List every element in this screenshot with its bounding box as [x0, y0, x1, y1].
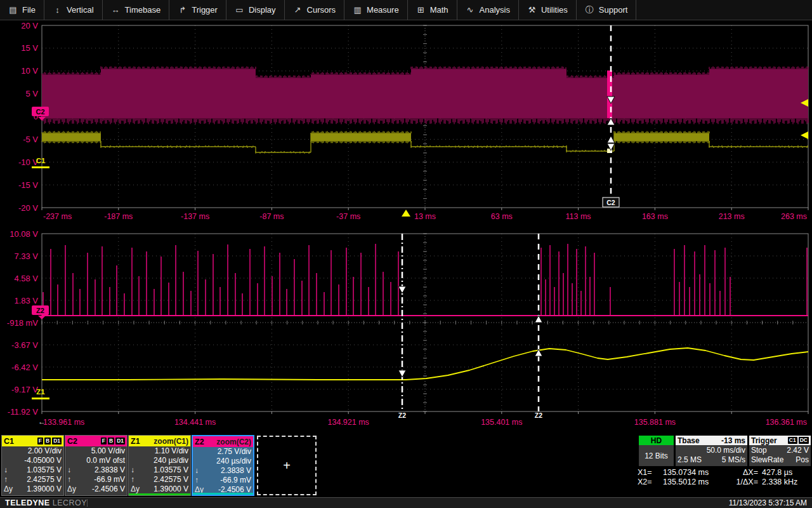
trigger-mode: Stop	[751, 446, 767, 455]
datetime-label: 11/13/2023 5:37:15 AM	[729, 498, 807, 507]
zoom-grid	[42, 234, 808, 414]
descriptor-line: -4.05000 V	[4, 456, 62, 465]
stat-value: 2.75 V/div	[218, 447, 251, 457]
descriptor-line: 2.00 V/div	[4, 446, 62, 456]
dx-label: ΔX=	[726, 468, 762, 478]
trace-id-label: Z1	[131, 437, 140, 446]
statusbar-divider	[87, 499, 88, 507]
trigger-type: SlewRate	[751, 455, 783, 465]
menu-item-label: Timebase	[125, 5, 161, 15]
zoom-grid-y-label: -9.17 V	[11, 385, 38, 394]
support-icon: ⓘ	[585, 4, 594, 16]
menu-bar: ▤File↕Vertical↔Timebase↱Trigger▭Display↗…	[0, 0, 812, 20]
menu-item-trigger[interactable]: ↱Trigger	[169, 0, 226, 20]
zoom-source-label: zoom(C2)	[216, 438, 251, 446]
zoom-grid-time-label: 134.441 ms	[174, 418, 216, 427]
cursor-label: Z2	[398, 411, 406, 419]
utilities-icon: ⚒	[527, 5, 537, 15]
stat-value: 240 µs/div	[216, 457, 251, 466]
descriptor-line: Δy-2.4506 V	[67, 485, 125, 494]
menu-item-analysis[interactable]: ∿Analysis	[457, 0, 519, 20]
trace-id-label: C1	[4, 437, 14, 446]
menu-item-support[interactable]: ⓘSupport	[577, 0, 637, 20]
menu-item-cursors[interactable]: ↗Cursors	[285, 0, 345, 20]
cursor-arrow-marker	[398, 286, 406, 293]
stat-value: 0.0 mV ofst	[86, 456, 125, 465]
menu-item-utilities[interactable]: ⚒Utilities	[519, 0, 577, 20]
stat-glyph: Δy	[4, 485, 13, 494]
descriptor-box-z1[interactable]: Z1zoom(C1)1.10 V/div240 µs/div↓1.03575 V…	[128, 435, 191, 496]
stat-glyph: ↓	[131, 465, 134, 475]
hd-bits-label: 12 Bits	[639, 445, 674, 466]
zoom-grid-y-label: -6.42 V	[11, 363, 38, 372]
invdx-label: 1/ΔX=	[726, 478, 762, 487]
cursors-icon: ↗	[293, 5, 303, 15]
x2-value: 135.5012 ms	[663, 478, 726, 487]
offscreen-left-arrow: ←	[38, 417, 46, 426]
stat-glyph: ↑	[67, 475, 71, 485]
timebase-icon: ↔	[111, 5, 121, 15]
main-grid-y-label: -15 V	[18, 180, 38, 190]
trace-marker-label: C1	[36, 157, 46, 164]
acquisition-hd-box[interactable]: HD 12 Bits	[639, 436, 674, 466]
menu-item-timebase[interactable]: ↔Timebase	[103, 0, 170, 20]
hd-title: HD	[639, 436, 674, 445]
tbase-title: Tbase	[678, 436, 700, 445]
zoom-grid-y-label: 1.83 V	[14, 296, 38, 305]
dx-value: 427.8 µs	[762, 468, 812, 478]
stat-value: 1.10 V/div	[155, 446, 188, 456]
main-grid-time-label: 13 ms	[414, 212, 436, 221]
menu-item-file[interactable]: ▤File	[0, 0, 44, 20]
descriptor-line: 240 µs/div	[131, 456, 188, 465]
trigger-level: 2.42 V	[787, 446, 809, 455]
main-grid-time-label: 163 ms	[642, 212, 668, 221]
trigger-level-marker[interactable]	[801, 131, 808, 139]
trigger-box[interactable]: Trigger C1 DC Stop 2.42 V SlewRate Pos	[749, 436, 811, 466]
trigger-source-badge: C1	[788, 437, 797, 444]
main-grid-y-label: -20 V	[18, 203, 38, 213]
stat-value: 2.00 V/div	[28, 446, 62, 456]
cursor-arrow-marker	[607, 118, 615, 125]
menu-item-vertical[interactable]: ↕Vertical	[44, 0, 103, 20]
main-grid-y-label: -10 V	[18, 157, 38, 167]
descriptor-box-c2[interactable]: C2FBD15.00 V/div0.0 mV ofst↓2.3838 V↑-66…	[65, 435, 128, 496]
trace-marker-label: Z1	[36, 388, 45, 396]
timebase-box[interactable]: Tbase -13 ms 50.0 ms/div 2.5 MS 5 MS/s	[676, 436, 747, 466]
zoom-grid-y-label: -3.67 V	[11, 340, 38, 350]
invdx-value: 2.338 kHz	[762, 478, 812, 487]
channel-badge-d1: D1	[52, 438, 62, 444]
descriptor-line: 5.00 V/div	[67, 446, 125, 456]
main-grid-time-label: 263 ms	[781, 212, 807, 221]
trace-id-label: C2	[67, 437, 77, 446]
stat-glyph: Δy	[67, 485, 76, 494]
descriptor-box-z2[interactable]: Z2zoom(C2)2.75 V/div240 µs/div↓2.3838 V↑…	[192, 435, 254, 496]
plus-icon: +	[283, 458, 291, 473]
cursor-readout: X1= 135.0734 ms ΔX= 427.8 µs X2= 135.501…	[638, 468, 812, 487]
descriptor-box-c1[interactable]: C1FBD12.00 V/div-4.05000 V↓1.03575 V↑2.4…	[1, 435, 64, 496]
math-icon: ⊞	[416, 5, 426, 15]
main-grid-y-label: 5 V	[25, 89, 38, 98]
measure-icon: ▥	[353, 5, 362, 15]
stat-value: 2.42575 V	[154, 475, 188, 485]
stat-value: 2.3838 V	[221, 466, 251, 476]
tbase-samplerate: 5 MS/s	[722, 455, 745, 465]
main-grid-time-label: -137 ms	[181, 212, 209, 221]
trigger-position-marker[interactable]	[402, 210, 410, 217]
menu-item-display[interactable]: ▭Display	[226, 0, 285, 20]
waveform-display-area: 20 V15 V10 V5 V0-5 V-10 V-15 V-20 V10.08…	[0, 0, 812, 508]
menu-item-measure[interactable]: ▥Measure	[344, 0, 408, 20]
descriptor-line: 2.75 V/div	[195, 447, 251, 457]
menu-item-math[interactable]: ⊞Math	[408, 0, 457, 20]
descriptor-line: 240 µs/div	[195, 457, 251, 466]
tbase-scale: 50.0 ms/div	[707, 446, 745, 455]
add-trace-box[interactable]: +	[257, 436, 317, 495]
descriptor-line: 0.0 mV ofst	[67, 456, 125, 465]
main-grid-time-label: -237 ms	[43, 212, 72, 221]
zoom-grid-time-label: 133.961 ms	[43, 418, 84, 427]
trace-marker-label: Z2	[36, 307, 44, 314]
zoom-grid-cursor-1[interactable]: Z2	[398, 234, 406, 419]
zoom-grid-y-label: -918 mV	[7, 318, 38, 328]
stat-glyph: Δy	[131, 485, 140, 494]
descriptor-line: ↓2.3838 V	[195, 466, 251, 476]
trace-active-underline	[193, 493, 253, 495]
